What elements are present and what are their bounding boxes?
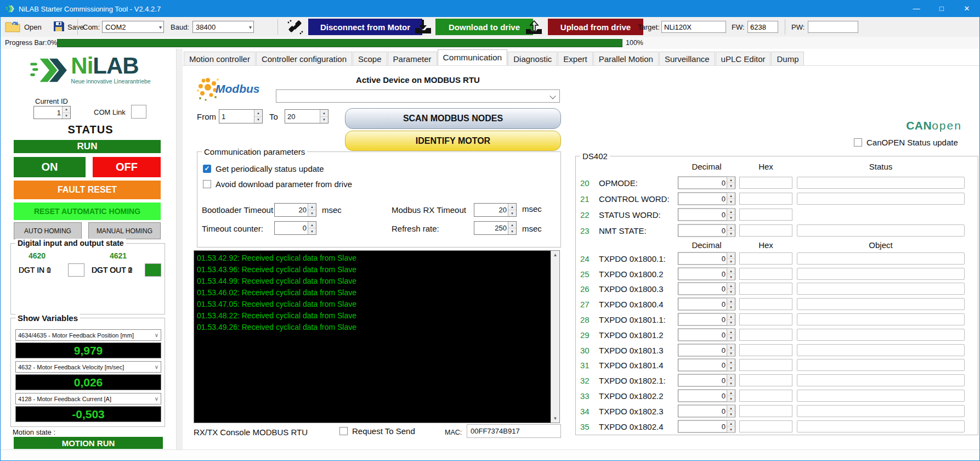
scan-modbus-nodes-button[interactable]: SCAN MODBUS NODES	[345, 108, 561, 129]
fw-field[interactable]	[747, 17, 778, 37]
hex-field[interactable]	[739, 329, 792, 341]
stepper-arrows[interactable]: ▲▼	[727, 420, 735, 432]
tab[interactable]: Controller configuration	[256, 52, 352, 65]
stepper-arrows[interactable]: ▲▼	[727, 390, 735, 402]
tab[interactable]: Surveillance	[659, 52, 715, 65]
decimal-stepper[interactable]: 0 ▲▼	[678, 176, 735, 189]
hex-field[interactable]	[739, 283, 792, 295]
stepper-arrows[interactable]: ▲▼	[727, 314, 735, 325]
stepper-arrows[interactable]: ▲▼	[727, 283, 735, 295]
checkbox-icon[interactable]	[203, 180, 211, 188]
decimal-stepper[interactable]: 0 ▲▼	[678, 208, 735, 221]
hex-field[interactable]	[739, 359, 792, 371]
to-stepper[interactable]: 20 ▲▼	[285, 109, 328, 123]
checkbox-icon[interactable]	[854, 138, 862, 147]
target-field[interactable]	[661, 17, 726, 37]
decimal-stepper[interactable]: 0 ▲▼	[678, 420, 735, 432]
identify-motor-button[interactable]: IDENTIFY MOTOR	[345, 131, 561, 151]
fault-reset-button[interactable]: FAULT RESET	[14, 181, 161, 199]
save-button[interactable]: Save	[53, 17, 84, 37]
mac-field[interactable]: 00FF7374B917	[467, 424, 561, 438]
stepper-arrows[interactable]: ▲▼	[727, 329, 735, 340]
object-field[interactable]	[797, 390, 965, 402]
hex-field[interactable]	[739, 374, 792, 386]
variable-selector[interactable]: 4128 - Motor Feedback Current [A]∨	[15, 393, 161, 404]
avoid-download-checkbox[interactable]: Avoid download parameter from drive	[203, 179, 352, 189]
tab[interactable]: Motion controller	[184, 52, 256, 65]
decimal-stepper[interactable]: 0 ▲▼	[678, 283, 735, 295]
object-field[interactable]	[797, 359, 965, 371]
decimal-stepper[interactable]: 0 ▲▼	[678, 344, 735, 356]
console-scrollbar[interactable]: ▲ ▼	[551, 251, 559, 423]
current-id-stepper[interactable]: 1 ▲▼	[33, 106, 71, 119]
object-field[interactable]	[797, 420, 965, 432]
off-button[interactable]: OFF	[93, 157, 161, 177]
hex-field[interactable]	[739, 420, 792, 432]
stepper-arrows[interactable]: ▲▼	[727, 177, 735, 188]
com-port-select[interactable]: COM2▾	[102, 17, 164, 37]
hex-field[interactable]	[739, 405, 792, 417]
disconnect-button[interactable]: Disconnect from Motor	[308, 17, 422, 37]
tab[interactable]: Expert	[558, 52, 592, 65]
hex-field[interactable]	[739, 209, 792, 221]
variable-selector[interactable]: 4634/4635 - Motor Feedback Position [mm]…	[15, 329, 161, 341]
hex-field[interactable]	[739, 193, 792, 205]
checkbox-icon[interactable]	[203, 165, 211, 173]
decimal-stepper[interactable]: 0 ▲▼	[678, 267, 735, 280]
hex-field[interactable]	[739, 390, 792, 402]
tab[interactable]: Parallel Motion	[593, 52, 659, 65]
upload-button[interactable]: Upload from drive	[548, 17, 643, 37]
decimal-stepper[interactable]: 0 ▲▼	[678, 313, 735, 326]
stepper-arrows[interactable]: ▲▼	[727, 375, 735, 386]
download-button[interactable]: Download to drive	[435, 17, 533, 37]
canopen-status-checkbox[interactable]: CanOPEN Status update	[854, 138, 958, 147]
checkbox-icon[interactable]	[339, 427, 348, 435]
status-field[interactable]	[797, 193, 965, 205]
decimal-stepper[interactable]: 0 ▲▼	[678, 359, 735, 372]
tab[interactable]: uPLC Editor	[716, 52, 771, 65]
stepper-arrows[interactable]: ▲▼	[254, 110, 262, 123]
stepper-arrows[interactable]: ▲▼	[727, 344, 735, 356]
from-stepper[interactable]: 1 ▲▼	[219, 109, 263, 123]
decimal-stepper[interactable]: 0 ▲▼	[678, 298, 735, 311]
object-field[interactable]	[797, 405, 965, 417]
minimize-button[interactable]: —	[904, 1, 929, 17]
baud-select[interactable]: 38400▾	[192, 17, 254, 37]
decimal-stepper[interactable]: 0 ▲▼	[678, 224, 735, 237]
tab[interactable]: Parameter	[388, 52, 437, 65]
timeout-counter-stepper[interactable]: 0 ▲▼	[274, 221, 316, 235]
object-field[interactable]	[797, 283, 965, 295]
active-device-select[interactable]	[276, 89, 560, 103]
rx-tx-console[interactable]: 01.53.42.92: Received cyclical data from…	[194, 250, 560, 423]
manual-homing-button[interactable]: MANUAL HOMING	[88, 222, 161, 239]
tab[interactable]: Diagnostic	[508, 52, 557, 65]
on-button[interactable]: ON	[14, 157, 86, 177]
open-button[interactable]: Open	[5, 17, 42, 37]
stepper-arrows[interactable]: ▲▼	[727, 224, 735, 236]
decimal-stepper[interactable]: 0 ▲▼	[678, 404, 735, 417]
close-button[interactable]: ✕	[954, 1, 979, 17]
stepper-arrows[interactable]: ▲▼	[727, 209, 735, 220]
hex-field[interactable]	[739, 224, 792, 237]
auto-homing-button[interactable]: AUTO HOMING	[14, 222, 82, 239]
bootloader-timeout-stepper[interactable]: 20 ▲▼	[274, 203, 316, 217]
object-field[interactable]	[797, 344, 965, 356]
tab[interactable]: Communication	[438, 49, 508, 65]
stepper-arrows[interactable]: ▲▼	[320, 110, 328, 123]
stepper-arrows[interactable]: ▲▼	[727, 193, 735, 204]
hex-field[interactable]	[739, 313, 792, 325]
decimal-stepper[interactable]: 0 ▲▼	[678, 390, 735, 402]
object-field[interactable]	[797, 374, 965, 386]
stepper-arrows[interactable]: ▲▼	[727, 405, 735, 417]
stepper-arrows[interactable]: ▲▼	[727, 268, 735, 279]
tab[interactable]: Scope	[353, 52, 387, 65]
hex-field[interactable]	[739, 298, 792, 310]
object-field[interactable]	[797, 313, 965, 325]
stepper-arrows[interactable]: ▲▼	[727, 299, 735, 310]
object-field[interactable]	[797, 268, 965, 280]
refresh-rate-stepper[interactable]: 250 ▲▼	[474, 221, 517, 235]
maximize-button[interactable]: □	[929, 1, 954, 17]
stepper-arrows[interactable]: ▲▼	[62, 106, 70, 119]
status-field[interactable]	[797, 224, 965, 237]
decimal-stepper[interactable]: 0 ▲▼	[678, 328, 735, 341]
